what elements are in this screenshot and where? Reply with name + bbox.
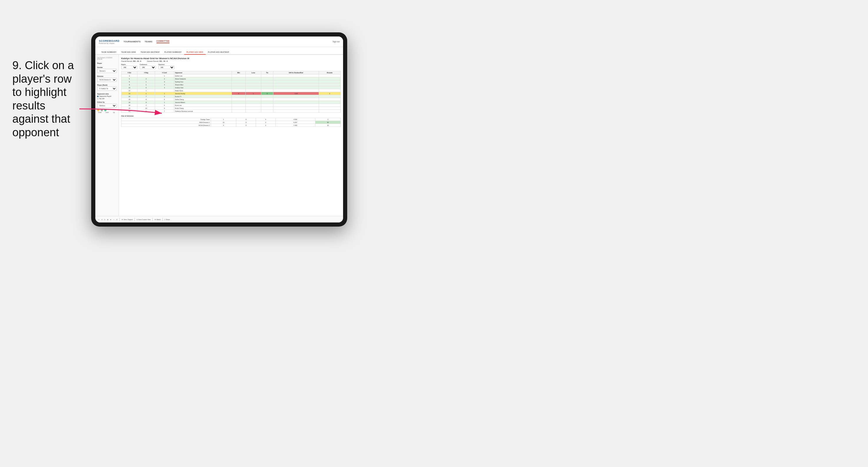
redo-button[interactable]: ↺: [101, 219, 102, 220]
eye-icon: 👁: [122, 219, 123, 220]
division-label: Division: [97, 75, 117, 77]
watch-button[interactable]: 👁 Watch: [154, 219, 161, 220]
share-icon: ⤴: [164, 219, 165, 220]
add-button[interactable]: ⊕: [110, 219, 111, 220]
table-row[interactable]: 20117Federica Domecq Lacroze: [122, 110, 341, 113]
out-table: Foreign Team1004.5002NAIA Division 11500…: [121, 118, 341, 127]
radio-dot-unchecked: [97, 98, 99, 99]
records-row: Overall Record: 353 - 34 - 6 Division Re…: [121, 60, 341, 62]
main-content: Last Updated: 27/03/2024 16:55:38 Player…: [95, 55, 343, 216]
opponent-view-label: Opponent view: [97, 93, 117, 95]
sidebar-player-section: Player: [97, 62, 117, 64]
col-reg: # Reg: [137, 71, 155, 74]
sidebar-player-rank-section: Player (Rank) 8. Katelyn Vo: [97, 84, 117, 91]
division-select[interactable]: NCAA Division III: [97, 78, 117, 82]
annotation-text: 9. Click on a player's row to highlight …: [12, 59, 77, 139]
sidebar-player-label: Player: [97, 62, 117, 64]
table-row[interactable]: 1311Jessica Huang010-3.002: [122, 92, 341, 95]
toolbar-sep3: [152, 218, 153, 221]
tablet-frame: SCOREBOARD Powered by clippd TOURNAMENTS…: [91, 32, 347, 226]
clock-button[interactable]: ⏱: [116, 219, 118, 220]
tablet-screen: SCOREBOARD Powered by clippd TOURNAMENTS…: [95, 36, 343, 222]
radio-dot-checked: [97, 96, 99, 97]
nav-links: TOURNAMENTS TEAMS COMMITTEE: [124, 40, 169, 43]
toolbar: ↩ ↺ ↻ ⊞ ⊕ — ⏱ 👁 View: Original ⊡ Save Cu…: [95, 216, 343, 222]
nav-committee[interactable]: COMMITTEE: [157, 40, 170, 43]
colour-circle-up: [104, 109, 106, 111]
table-row[interactable]: 1585Stella Cheng: [122, 98, 341, 101]
tab-player-h2h-heatmap[interactable]: PLAYER H2H HEATMAP: [206, 50, 231, 54]
out-table-row[interactable]: NCAA Division 25007.40010: [122, 124, 341, 127]
region-select[interactable]: (All): [121, 66, 137, 69]
colour-by-select[interactable]: Win/loss: [97, 103, 117, 108]
col-rounds: Rounds: [319, 71, 341, 74]
table-row[interactable]: 1822Euna Lee: [122, 104, 341, 107]
sidebar-timestamp: Last Updated: 27/03/2024 16:55:38: [97, 57, 117, 60]
view-original-button[interactable]: 👁 View: Original: [122, 219, 133, 220]
colour-by-section: Colour by Win/loss Down Level Up: [97, 101, 117, 113]
gender-select[interactable]: Women's: [97, 69, 117, 73]
colour-labels: Down Level Up: [97, 112, 117, 113]
col-diff: Diff Av Strokes/Rnd: [273, 71, 319, 74]
out-table-row[interactable]: NAIA Division 115009.26730: [122, 121, 341, 124]
share-button[interactable]: ⤴ Share: [164, 219, 170, 220]
nav-teams[interactable]: TEAMS: [145, 41, 152, 43]
overall-record-label: Overall Record: 353 - 34 - 6: [121, 60, 141, 62]
colour-circles: [97, 109, 117, 111]
gender-label: Gender: [97, 66, 117, 68]
table-row[interactable]: 19106Emily Chang: [122, 107, 341, 110]
sign-out-button[interactable]: Sign out: [333, 41, 340, 43]
filter-region: Region (All): [121, 64, 137, 69]
colour-circle-down: [97, 109, 99, 111]
data-title: Katelyn Vo Head-to-Head Grid for Women's…: [121, 57, 341, 60]
filter-opponent: Opponent (All): [158, 64, 175, 69]
opponent-view-section: Opponent view Opponents Played Top 100: [97, 93, 117, 99]
player-rank-select[interactable]: 8. Katelyn Vo: [97, 87, 117, 91]
nav-tournaments[interactable]: TOURNAMENTS: [124, 41, 141, 43]
conference-select[interactable]: (All): [140, 66, 156, 69]
separator1: —: [113, 219, 115, 220]
grid-table: # Div # Reg # Conf Opponent Win Loss Tie…: [121, 71, 341, 113]
data-area: Katelyn Vo Head-to-Head Grid for Women's…: [119, 55, 343, 216]
table-row[interactable]: 1063Andrea York: [122, 86, 341, 89]
tab-team-h2h-heatmap[interactable]: TEAM H2H HEATMAP: [138, 50, 162, 54]
table-row[interactable]: 1474Eunice Yi: [122, 95, 341, 98]
table-row[interactable]: 522Alexis Sudjianto: [122, 77, 341, 80]
table-row[interactable]: 1691Jessica Mason: [122, 101, 341, 104]
watch-icon: 👁: [154, 219, 156, 220]
undo-button[interactable]: ↩: [98, 219, 99, 220]
save-custom-button[interactable]: ⊡ Save Custom View: [136, 219, 151, 220]
colour-circle-level: [101, 109, 103, 111]
crop-button[interactable]: ⊞: [107, 219, 108, 220]
tab-team-h2h-grid[interactable]: TEAM H2H GRID: [119, 50, 138, 54]
logo: SCOREBOARD Powered by clippd: [99, 39, 120, 44]
tab-team-summary[interactable]: TEAM SUMMARY: [99, 50, 119, 54]
table-row[interactable]: 131Heejo Hyun: [122, 89, 341, 92]
table-row[interactable]: 914Sharon Mun: [122, 83, 341, 86]
radio-opponents-played[interactable]: Opponents Played: [97, 95, 117, 97]
sub-nav: TEAM SUMMARY TEAM H2H GRID TEAM H2H HEAT…: [95, 47, 343, 55]
col-conf: # Conf: [155, 71, 174, 74]
sidebar-gender-section: Gender Women's: [97, 66, 117, 73]
col-opponent: Opponent: [174, 71, 232, 74]
redo2-button[interactable]: ↻: [104, 219, 105, 220]
tab-player-h2h-grid[interactable]: PLAYER H2H GRID: [184, 50, 206, 55]
out-table-row[interactable]: Foreign Team1004.5002: [122, 118, 341, 121]
col-loss: Loss: [245, 71, 261, 74]
table-row[interactable]: 31Esther Lee: [122, 74, 341, 77]
radio-top100[interactable]: Top 100: [97, 98, 117, 99]
sidebar-division-section: Division NCAA Division III: [97, 75, 117, 82]
nav-bar: SCOREBOARD Powered by clippd TOURNAMENTS…: [95, 36, 343, 47]
filter-conference: Conference (All): [140, 64, 156, 69]
division-record-label: Division Record: 331 - 34 - 6: [147, 60, 168, 62]
toolbar-sep2: [134, 218, 135, 221]
out-of-division-label: Out of division: [121, 115, 341, 117]
col-tie: Tie: [261, 71, 273, 74]
table-row[interactable]: 613Sydney Kuo: [122, 80, 341, 83]
toolbar-sep4: [162, 218, 163, 221]
tab-player-summary[interactable]: PLAYER SUMMARY: [162, 50, 184, 54]
opponent-select[interactable]: (All): [158, 66, 175, 69]
filter-row: Region (All) Conference (All) Opponent: [121, 64, 341, 69]
player-rank-label: Player (Rank): [97, 84, 117, 86]
colour-by-label: Colour by: [97, 101, 117, 103]
